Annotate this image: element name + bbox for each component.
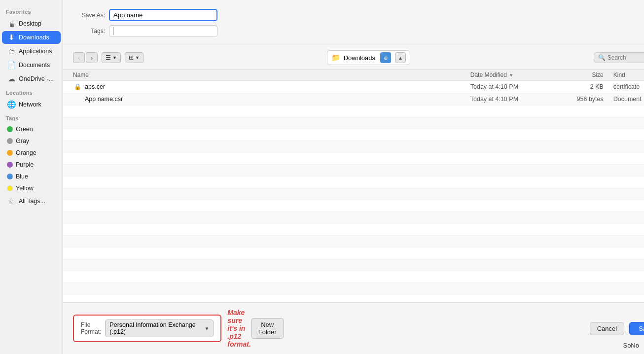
empty-row bbox=[63, 295, 644, 302]
sidebar-item-label: Downloads bbox=[19, 34, 49, 41]
search-bar[interactable]: 🔍 bbox=[594, 52, 644, 63]
file-icon bbox=[73, 95, 82, 104]
tag-label: Gray bbox=[16, 138, 29, 144]
file-format-box: File Format: Personal Information Exchan… bbox=[73, 315, 221, 342]
tag-label: Blue bbox=[16, 173, 28, 180]
tag-dot-orange bbox=[7, 150, 13, 156]
desktop-icon: 🖥 bbox=[7, 19, 16, 28]
sidebar-item-tag-gray[interactable]: Gray bbox=[2, 136, 61, 146]
forward-button[interactable]: › bbox=[86, 52, 98, 63]
save-button[interactable]: Save bbox=[629, 322, 644, 335]
empty-row bbox=[63, 283, 644, 295]
location-collapse-button[interactable]: ▲ bbox=[395, 52, 406, 63]
search-input[interactable] bbox=[608, 54, 644, 61]
list-view-arrow: ▼ bbox=[112, 55, 117, 60]
downloads-icon: ⬇ bbox=[7, 33, 16, 42]
location-collapse-icon: ▲ bbox=[398, 55, 403, 61]
sidebar-item-all-tags[interactable]: ◎ All Tags... bbox=[2, 195, 61, 208]
bottom-buttons: New Folder Cancel Save bbox=[251, 318, 644, 339]
tag-label: Purple bbox=[16, 161, 34, 168]
back-button[interactable]: ‹ bbox=[73, 52, 85, 63]
sidebar-item-downloads[interactable]: ⬇ Downloads bbox=[2, 31, 61, 44]
sidebar: Favorites 🖥 Desktop ⬇ Downloads 🗂 Applic… bbox=[0, 0, 63, 354]
file-kind: certificate bbox=[604, 83, 644, 90]
folder-icon: 📁 bbox=[331, 53, 341, 62]
file-list-container: Name Date Modified ▼ Size Kind 🔒 aps.cer… bbox=[63, 70, 644, 302]
tag-label: Yellow bbox=[16, 185, 34, 192]
sidebar-item-network[interactable]: 🌐 Network bbox=[2, 98, 61, 111]
tag-dot-blue bbox=[7, 174, 13, 179]
tags-section-label: Tags bbox=[0, 111, 63, 123]
tags-label: Tags: bbox=[73, 28, 105, 35]
file-size: 956 bytes bbox=[559, 96, 604, 103]
tag-label: Green bbox=[16, 126, 33, 133]
bottom-left: File Format: Personal Information Exchan… bbox=[73, 309, 251, 348]
empty-row bbox=[63, 177, 644, 188]
list-view-icon: ☰ bbox=[106, 54, 111, 61]
sidebar-item-tag-blue[interactable]: Blue bbox=[2, 171, 61, 182]
locations-section-label: Locations bbox=[0, 86, 63, 98]
file-date: Today at 4:10 PM bbox=[470, 96, 559, 103]
location-dropdown-icon: ⊕ bbox=[384, 55, 388, 61]
tag-dot-green bbox=[7, 126, 13, 132]
empty-row bbox=[63, 271, 644, 283]
file-list-header: Name Date Modified ▼ Size Kind bbox=[63, 70, 644, 81]
location-pill[interactable]: 📁 Downloads ⊕ ▲ bbox=[327, 50, 410, 65]
sidebar-item-tag-green[interactable]: Green bbox=[2, 124, 61, 135]
column-kind: Kind bbox=[604, 71, 644, 78]
grid-view-button[interactable]: ⊞ ▼ bbox=[125, 52, 143, 63]
empty-row bbox=[63, 153, 644, 165]
save-dialog: Save As: Tags: ‹ › ☰ ▼ ⊞ ▼ 📁 Downloads bbox=[63, 0, 644, 354]
sidebar-item-tag-yellow[interactable]: Yellow bbox=[2, 183, 61, 194]
tag-label: Orange bbox=[16, 149, 36, 156]
empty-row bbox=[63, 212, 644, 224]
empty-row bbox=[63, 236, 644, 248]
save-as-label: Save As: bbox=[73, 12, 105, 19]
sidebar-item-desktop[interactable]: 🖥 Desktop bbox=[2, 17, 61, 30]
column-date-label: Date Modified bbox=[470, 71, 507, 78]
sidebar-item-applications[interactable]: 🗂 Applications bbox=[2, 45, 61, 58]
empty-row bbox=[63, 129, 644, 141]
file-icon: 🔒 bbox=[73, 82, 82, 91]
empty-row bbox=[63, 188, 644, 200]
tags-row: Tags: bbox=[73, 25, 644, 37]
table-row[interactable]: App name.csr Today at 4:10 PM 956 bytes … bbox=[63, 93, 644, 106]
list-view-button[interactable]: ☰ ▼ bbox=[102, 52, 121, 63]
nav-buttons: ‹ › bbox=[73, 52, 98, 63]
save-as-row: Save As: bbox=[73, 9, 644, 21]
cancel-button[interactable]: Cancel bbox=[590, 322, 624, 335]
annotation-text: Make sure it's in .p12 format. bbox=[227, 309, 250, 348]
applications-icon: 🗂 bbox=[7, 47, 16, 56]
file-name: App name.csr bbox=[85, 96, 470, 103]
new-folder-button[interactable]: New Folder bbox=[251, 318, 284, 339]
sidebar-item-label: Desktop bbox=[19, 20, 41, 27]
sidebar-item-label: OneDrive -... bbox=[19, 75, 54, 82]
sidebar-item-tag-purple[interactable]: Purple bbox=[2, 159, 61, 170]
network-icon: 🌐 bbox=[7, 100, 16, 109]
empty-row bbox=[63, 141, 644, 153]
column-name: Name bbox=[73, 71, 470, 78]
file-format-value: Personal Information Exchange (.p12) bbox=[109, 321, 202, 335]
empty-row bbox=[63, 106, 644, 117]
column-date-modified[interactable]: Date Modified ▼ bbox=[470, 71, 559, 78]
table-row[interactable]: 🔒 aps.cer Today at 4:10 PM 2 KB certific… bbox=[63, 81, 644, 93]
sidebar-item-onedrive[interactable]: ☁ OneDrive -... bbox=[2, 72, 61, 85]
file-format-dropdown[interactable]: Personal Information Exchange (.p12) ▼ bbox=[105, 319, 214, 337]
column-size: Size bbox=[559, 71, 604, 78]
save-as-input[interactable] bbox=[109, 9, 217, 21]
toolbar: ‹ › ☰ ▼ ⊞ ▼ 📁 Downloads ⊕ ▲ 🔍 bbox=[63, 46, 644, 70]
tag-dot-purple bbox=[7, 162, 13, 168]
tags-input[interactable] bbox=[109, 25, 217, 37]
documents-icon: 📄 bbox=[7, 61, 16, 70]
empty-row bbox=[63, 165, 644, 177]
sidebar-item-tag-orange[interactable]: Orange bbox=[2, 147, 61, 158]
empty-row bbox=[63, 259, 644, 271]
favorites-section-label: Favorites bbox=[0, 5, 63, 17]
empty-row bbox=[63, 224, 644, 236]
location-dropdown-button[interactable]: ⊕ bbox=[380, 52, 391, 63]
annotation-container: Make sure it's in .p12 format. bbox=[227, 309, 250, 348]
tag-dot-yellow bbox=[7, 185, 13, 191]
sidebar-item-documents[interactable]: 📄 Documents bbox=[2, 59, 61, 71]
tag-label: All Tags... bbox=[19, 198, 45, 205]
search-icon: 🔍 bbox=[598, 54, 606, 61]
